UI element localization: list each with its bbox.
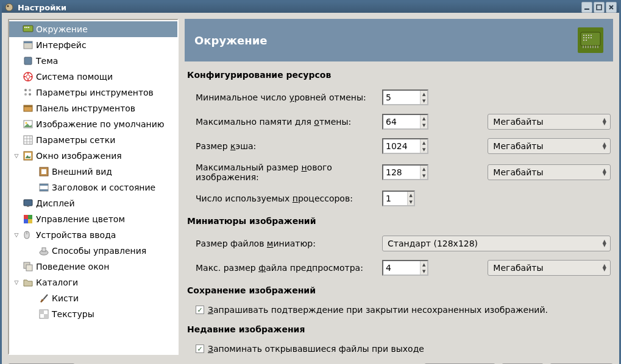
svg-point-20 <box>26 122 27 124</box>
new-image-size-input[interactable] <box>383 166 420 179</box>
svg-rect-50 <box>583 37 584 38</box>
titlebar-controls <box>581 2 617 13</box>
section-saving-title: Сохранение изображений <box>187 285 611 295</box>
undo-memory-input[interactable] <box>383 115 420 128</box>
svg-rect-9 <box>24 41 32 43</box>
section-resources-title: Конфигурирование ресурсов <box>187 70 611 80</box>
sidebar-item-12[interactable]: Управление цветом <box>9 211 177 227</box>
section-history-title: Недавние изображения <box>187 324 611 334</box>
maximize-button[interactable] <box>594 2 605 13</box>
minimize-button[interactable] <box>581 2 592 13</box>
sidebar-item-8[interactable]: ▽Окно изображения <box>9 148 177 164</box>
undo-levels-label: Минимальное число уровней отмены: <box>196 93 378 102</box>
brushes-icon <box>38 293 49 304</box>
folders-icon <box>23 277 34 288</box>
sidebar-item-label: Внешний вид <box>52 167 112 177</box>
new-image-size-label: Максимальный размер нового изображения: <box>196 163 378 182</box>
preferences-window: Настройки ОкружениеИнтерфейсТемаСистема … <box>0 0 621 364</box>
new-image-size-spinbox[interactable]: ▲▼ <box>382 164 428 180</box>
processors-label: Число используемых процессоров: <box>196 194 378 203</box>
cache-size-spinbox[interactable]: ▲▼ <box>382 138 428 154</box>
svg-rect-46 <box>583 35 584 36</box>
sidebar-item-14[interactable]: Способы управления <box>9 243 177 259</box>
undo-memory-spinbox[interactable]: ▲▼ <box>382 114 428 130</box>
sidebar-item-18[interactable]: Текстуры <box>9 306 177 322</box>
thumb-size-combobox[interactable]: Стандарт (128x128)▲▼ <box>382 236 611 251</box>
svg-rect-54 <box>583 40 584 41</box>
undo-memory-unit[interactable]: Мегабайты▲▼ <box>488 114 611 130</box>
svg-rect-3 <box>597 5 601 10</box>
sidebar-item-13[interactable]: ▽Устройства ввода <box>9 227 177 243</box>
svg-rect-51 <box>586 37 587 38</box>
expander-spacer <box>13 200 20 207</box>
expander-spacer <box>13 89 20 96</box>
default-image-icon <box>23 119 34 130</box>
sidebar-item-5[interactable]: Панель инструментов <box>9 100 177 116</box>
expander-spacer <box>13 310 20 318</box>
sidebar-item-label: Устройства ввода <box>36 230 116 240</box>
toolbox-icon <box>23 103 34 114</box>
sidebar-item-label: Панель инструментов <box>36 103 135 113</box>
svg-rect-25 <box>41 169 46 174</box>
svg-point-13 <box>24 89 27 91</box>
undo-levels-input[interactable] <box>383 91 420 104</box>
expander-spacer <box>13 41 20 49</box>
sidebar-item-16[interactable]: ▽Каталоги <box>9 275 177 290</box>
sidebar-item-3[interactable]: Система помощи <box>9 69 177 85</box>
sidebar-item-6[interactable]: Изображение по умолчанию <box>9 116 177 132</box>
sidebar-item-label: Окно изображения <box>36 151 122 161</box>
processors-input[interactable] <box>383 192 407 205</box>
sidebar-item-15[interactable]: Поведение окон <box>9 259 177 275</box>
svg-rect-44 <box>44 314 48 318</box>
sidebar-item-7[interactable]: Параметры сетки <box>9 132 177 148</box>
sidebar-item-17[interactable]: Кисти <box>9 290 177 306</box>
expander-spacer <box>13 26 20 33</box>
svg-rect-43 <box>40 310 44 314</box>
expander-icon[interactable]: ▽ <box>13 152 20 159</box>
expander-spacer <box>13 184 20 191</box>
sidebar-item-label: Дисплей <box>36 198 75 208</box>
expander-icon[interactable]: ▽ <box>13 279 20 286</box>
undo-levels-spinbox[interactable]: ▲▼ <box>382 89 428 105</box>
remember-files-checkbox[interactable]: ✓ <box>196 345 204 353</box>
svg-rect-33 <box>24 219 28 223</box>
sidebar-item-10[interactable]: Заголовок и состояние <box>9 180 177 195</box>
sidebar-item-2[interactable]: Тема <box>9 53 177 69</box>
close-button[interactable] <box>606 2 617 13</box>
sidebar-item-label: Способы управления <box>52 246 146 256</box>
category-tree[interactable]: ОкружениеИнтерфейсТемаСистема помощиПара… <box>8 19 179 355</box>
expander-spacer <box>13 263 20 270</box>
sidebar-item-0[interactable]: Окружение <box>9 21 177 37</box>
cache-size-unit[interactable]: Мегабайты▲▼ <box>488 138 611 154</box>
confirm-close-checkbox[interactable]: ✓ <box>196 306 204 314</box>
processors-spinbox[interactable]: ▲▼ <box>382 191 415 206</box>
svg-point-14 <box>29 89 31 91</box>
svg-rect-47 <box>586 35 587 36</box>
spin-down[interactable]: ▼ <box>421 97 427 104</box>
sidebar-item-label: Система помощи <box>36 72 113 82</box>
sidebar-item-1[interactable]: Интерфейс <box>9 37 177 53</box>
max-preview-spinbox[interactable]: ▲▼ <box>382 260 428 276</box>
max-preview-input[interactable] <box>383 261 420 275</box>
expander-spacer <box>13 57 20 65</box>
sidebar-item-11[interactable]: Дисплей <box>9 195 177 211</box>
expander-icon[interactable]: ▽ <box>13 231 20 239</box>
sidebar-item-4[interactable]: Параметры инструментов <box>9 85 177 100</box>
thumb-size-label: Размер файлов миниатюр: <box>196 239 378 248</box>
display-icon <box>23 198 34 209</box>
svg-rect-34 <box>28 219 32 223</box>
svg-rect-53 <box>591 37 592 38</box>
svg-rect-28 <box>40 189 48 191</box>
spin-up[interactable]: ▲ <box>421 91 427 97</box>
cache-size-input[interactable] <box>383 139 420 153</box>
cache-size-label: Размер кэша: <box>196 141 378 151</box>
svg-point-15 <box>24 93 27 96</box>
expander-spacer <box>13 73 20 80</box>
expander-spacer <box>13 247 20 254</box>
new-image-size-unit[interactable]: Мегабайты▲▼ <box>488 164 611 180</box>
svg-rect-45 <box>581 32 600 46</box>
max-preview-unit[interactable]: Мегабайты▲▼ <box>488 260 611 276</box>
chip-icon <box>23 24 34 35</box>
page-content: Окружение Конфигурирование ресурсов Мини… <box>185 19 613 355</box>
sidebar-item-9[interactable]: Внешний вид <box>9 164 177 180</box>
